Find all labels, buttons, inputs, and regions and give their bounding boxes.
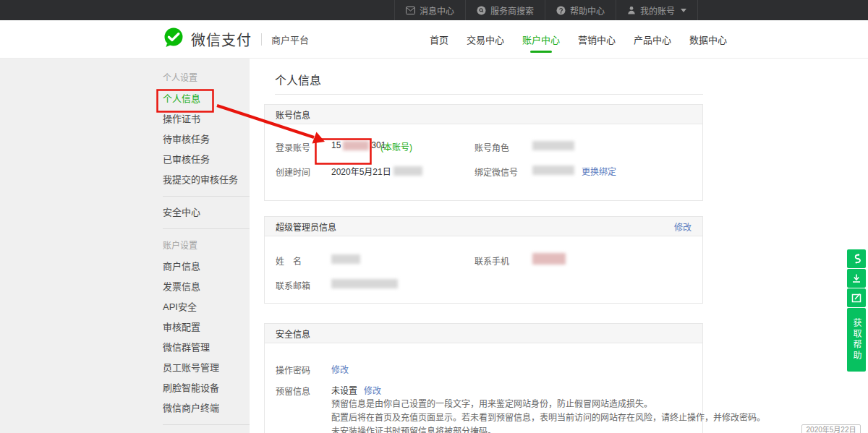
sidebar-item-api-security[interactable]: API安全 bbox=[163, 297, 250, 317]
nav-item-product-center[interactable]: 产品中心 bbox=[632, 20, 673, 58]
sidebar-item-wechat-merchant-terminal[interactable]: 微信商户终端 bbox=[163, 398, 250, 419]
sidebar-divider bbox=[163, 228, 250, 229]
card-title: 安全信息 bbox=[276, 327, 310, 340]
password-edit-link[interactable]: 修改 bbox=[331, 363, 349, 375]
download-icon bbox=[851, 273, 861, 283]
operation-password-label: 操作密码 bbox=[276, 364, 310, 376]
sidebar-item-pending-review-tasks[interactable]: 待审核任务 bbox=[163, 129, 250, 150]
created-date: 2020年5月21日 bbox=[331, 165, 391, 177]
sidebar-item-review-config[interactable]: 审核配置 bbox=[163, 317, 250, 338]
logo-divider bbox=[261, 33, 262, 46]
current-account-note: (本账号) bbox=[380, 140, 412, 153]
main-nav: 首页 交易中心 账户中心 营销中心 产品中心 数据中心 bbox=[428, 20, 728, 58]
sidebar-item-operation-certificate[interactable]: 操作证书 bbox=[163, 109, 250, 129]
get-help-label: 获取帮助 bbox=[847, 318, 866, 361]
description-line: 配置后将在首页及充值页面显示。若未看到预留信息，表明当前访问的网站存在风险，请终… bbox=[331, 411, 697, 425]
redacted-admin-email bbox=[331, 279, 398, 288]
nav-item-data-center[interactable]: 数据中心 bbox=[688, 20, 728, 58]
reserved-info-status: 未设置 bbox=[331, 384, 357, 396]
page-title: 个人信息 bbox=[275, 71, 321, 88]
redacted-created-time bbox=[393, 166, 422, 176]
topbar-item-my-account[interactable]: 我的账号 bbox=[616, 0, 698, 20]
mail-icon bbox=[406, 7, 415, 14]
account-info-card: 账号信息 登录账号 15 301 (本账号) 账号角色 创建时间 2020年5月… bbox=[264, 104, 703, 201]
account-info-card-header: 账号信息 bbox=[265, 105, 702, 124]
topbar-item-help[interactable]: 帮助中心 bbox=[545, 0, 616, 20]
redacted-admin-phone bbox=[532, 253, 566, 265]
rebind-link[interactable]: 更换绑定 bbox=[582, 165, 616, 177]
nav-item-transaction-center[interactable]: 交易中心 bbox=[465, 20, 506, 58]
sidebar-item-face-smart-device[interactable]: 刷脸智能设备 bbox=[163, 378, 250, 398]
security-info-card-header: 安全信息 bbox=[265, 324, 702, 343]
hotline-icon bbox=[851, 253, 861, 265]
sidebar-divider bbox=[163, 196, 250, 197]
redacted-account-role bbox=[532, 141, 574, 150]
topbar-item-label: 帮助中心 bbox=[570, 4, 605, 17]
created-time-label: 创建时间 bbox=[276, 166, 310, 178]
date-tooltip: 2020年5月22日 bbox=[801, 424, 861, 433]
login-account-prefix: 15 bbox=[331, 140, 341, 150]
wechat-pay-logo-icon bbox=[163, 27, 184, 51]
topbar-item-label: 我的账号 bbox=[640, 4, 675, 17]
sidebar-item-wechat-group-management[interactable]: 微信群管理 bbox=[163, 338, 250, 358]
created-time-value: 2020年5月21日 bbox=[331, 165, 422, 177]
sidebar-item-merchant-info[interactable]: 商户信息 bbox=[163, 257, 250, 277]
sidebar-item-my-submitted-tasks[interactable]: 我提交的审核任务 bbox=[163, 170, 250, 190]
topbar-item-label: 服务商搜索 bbox=[490, 4, 534, 17]
search-circle-icon bbox=[477, 6, 486, 15]
description-line: 预留信息是由你自己设置的一段文字，用来鉴定网站身份，防止假冒网站造成损失。 bbox=[331, 398, 697, 411]
nav-item-home[interactable]: 首页 bbox=[428, 20, 450, 58]
sidebar-item-staff-account-management[interactable]: 员工账号管理 bbox=[163, 358, 250, 378]
sidebar-item-invoice-info[interactable]: 发票信息 bbox=[163, 277, 250, 297]
redacted-bound-wechat bbox=[532, 166, 574, 175]
sidebar-section-account-settings: 账户设置 bbox=[163, 235, 250, 257]
topbar-item-messages[interactable]: 消息中心 bbox=[394, 0, 465, 20]
topbar-item-provider-search[interactable]: 服务商搜索 bbox=[465, 0, 545, 20]
reserved-edit-link[interactable]: 修改 bbox=[364, 384, 381, 396]
user-icon bbox=[627, 6, 636, 14]
title-divider bbox=[275, 94, 703, 95]
sidebar-section-personal-settings: 个人设置 bbox=[163, 67, 250, 89]
nav-item-account-center[interactable]: 账户中心 bbox=[521, 20, 561, 58]
platform-name: 商户平台 bbox=[271, 33, 309, 46]
topbar: 消息中心 服务商搜索 帮助中心 我的账号 bbox=[0, 0, 868, 20]
feedback-button[interactable] bbox=[847, 288, 866, 307]
redacted-admin-name bbox=[331, 254, 360, 264]
sidebar-divider bbox=[163, 424, 250, 425]
sidebar-item-security-center[interactable]: 安全中心 bbox=[163, 202, 250, 223]
description-line: 未安装操作证书时预留信息将被部分掩码。 bbox=[331, 425, 697, 433]
redacted-login-middle bbox=[343, 141, 369, 150]
card-title: 账号信息 bbox=[276, 108, 310, 121]
feedback-icon bbox=[851, 293, 861, 303]
account-role-label: 账号角色 bbox=[475, 141, 509, 153]
admin-edit-link[interactable]: 修改 bbox=[674, 220, 692, 233]
hotline-button[interactable] bbox=[847, 249, 866, 268]
header: 微信支付 商户平台 首页 交易中心 账户中心 营销中心 产品中心 数据中心 bbox=[0, 20, 868, 59]
login-account-label: 登录账号 bbox=[276, 141, 310, 153]
sidebar-menu: 个人设置 个人信息 操作证书 待审核任务 已审核任务 我提交的审核任务 安全中心… bbox=[163, 67, 250, 431]
card-title: 超级管理员信息 bbox=[276, 220, 336, 233]
super-admin-card-header: 超级管理员信息 修改 bbox=[265, 217, 702, 236]
nav-item-marketing-center[interactable]: 营销中心 bbox=[576, 20, 617, 58]
get-help-button[interactable]: 获取帮助 bbox=[847, 308, 866, 372]
security-info-card: 安全信息 操作密码 修改 预留信息 未设置 修改 预留信息是由你自己设置的一段文… bbox=[264, 323, 703, 433]
chevron-down-icon bbox=[681, 9, 686, 12]
super-admin-card: 超级管理员信息 修改 姓 名 联系手机 联系邮箱 bbox=[264, 216, 703, 304]
login-account-value: 15 301 bbox=[331, 140, 386, 150]
sidebar: 个人设置 个人信息 操作证书 待审核任务 已审核任务 我提交的审核任务 安全中心… bbox=[0, 59, 250, 433]
topbar-item-label: 消息中心 bbox=[420, 4, 454, 17]
download-button[interactable] bbox=[847, 269, 866, 288]
reserved-info-description: 预留信息是由你自己设置的一段文字，用来鉴定网站身份，防止假冒网站造成损失。 配置… bbox=[331, 398, 697, 433]
bound-wechat-label: 绑定微信号 bbox=[475, 166, 518, 178]
reserved-info-label: 预留信息 bbox=[276, 385, 310, 397]
admin-phone-label: 联系手机 bbox=[475, 254, 509, 267]
admin-name-label: 姓 名 bbox=[276, 254, 302, 267]
admin-email-label: 联系邮箱 bbox=[276, 279, 310, 291]
floating-help-panel: 获取帮助 bbox=[847, 249, 866, 372]
question-circle-icon bbox=[556, 6, 566, 15]
sidebar-item-personal-info[interactable]: 个人信息 bbox=[163, 89, 250, 109]
sidebar-item-reviewed-tasks[interactable]: 已审核任务 bbox=[163, 150, 250, 170]
brand-logo[interactable]: 微信支付 商户平台 bbox=[163, 20, 309, 58]
brand-name: 微信支付 bbox=[191, 29, 252, 50]
